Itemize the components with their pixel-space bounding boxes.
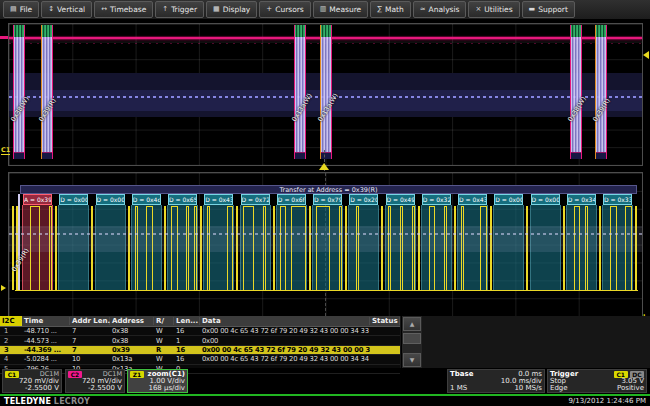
menu-item-timebase[interactable]: ↔Timebase [94, 1, 153, 18]
z1-descriptor-box[interactable]: Z1 zoom(C1) 1.00 V/div 168 µs/div [127, 369, 188, 393]
c2-descriptor-box[interactable]: C2 DC1M 720 mV/div -2.5500 V [65, 369, 125, 393]
math-icon: ∑ [377, 6, 382, 13]
cell-rw: R [154, 346, 174, 354]
col-header-data[interactable]: Data [200, 317, 370, 325]
c2-level-marker[interactable] [0, 36, 8, 39]
brand-primary: TELEDYNE [4, 397, 51, 406]
datetime-display: 9/13/2012 1:24:46 PM [568, 397, 646, 405]
cell-rw: W [154, 355, 174, 363]
cell-addrlen: 7 [70, 346, 110, 354]
footer-bar: TELEDYNE LECROY 9/13/2012 1:24:46 PM [0, 396, 650, 406]
i2c-burst: 0x39(R) [595, 25, 607, 159]
burst-foot [321, 152, 331, 159]
bus-protocol-badge[interactable]: I2C [0, 316, 22, 326]
menu-item-label: Measure [329, 5, 361, 14]
menu-item-analysis[interactable]: ≈Analysis [413, 1, 467, 18]
col-header-status[interactable]: Status [370, 317, 400, 325]
col-header-addrlen[interactable]: Addr Len... [70, 317, 110, 325]
cell-len: 16 [174, 346, 200, 354]
c1-channel-label: C1 [1, 147, 10, 155]
menu-item-utilities[interactable]: ×Utilities [468, 1, 519, 18]
c1-badge: C1 [5, 371, 19, 378]
cell-num: 2 [0, 337, 22, 345]
trigger-level-arrow-icon[interactable] [643, 51, 649, 59]
menu-item-file[interactable]: ▤File [3, 1, 39, 18]
cell-data: 0x00 00 4c 65 43 72 6f 79 20 49 32 43 00… [200, 346, 370, 354]
burst-foot [14, 152, 24, 159]
brand-logo: TELEDYNE LECROY [4, 397, 90, 406]
menu-item-label: Vertical [57, 5, 85, 14]
decode-data-box: D = 0x43 [204, 194, 233, 205]
burst-decode-cap [571, 25, 581, 37]
decode-data-box: D = 0x00 [494, 194, 523, 205]
cell-addrlen: 7 [70, 327, 110, 335]
menu-item-label: Display [223, 5, 251, 14]
waveform-baseline [15, 290, 638, 291]
cell-num: 3 [0, 346, 22, 354]
cell-time: -48.710 ... [22, 327, 70, 335]
decode-data-box: D = 0x33 [603, 194, 632, 205]
decode-data-box: D = 0x65 [168, 194, 197, 205]
menu-item-measure[interactable]: ▥Measure [313, 1, 369, 18]
trigger-box[interactable]: Trigger C1 DC Stop 3.05 V Edge Positive [547, 369, 647, 393]
table-row[interactable]: 1-48.710 ...70x38W160x00 00 4c 65 43 72 … [0, 327, 400, 336]
cell-addrlen: 7 [70, 337, 110, 345]
i2c-burst: 0x38(W) [13, 25, 25, 159]
zoom-waveform-grid[interactable]: Transfer at Address = 0x39(R) A = 0x39D … [8, 172, 643, 317]
decode-data-box: D = 0x43 [458, 194, 487, 205]
cell-time: -44.369 ... [22, 346, 70, 354]
measure-icon: ▥ [320, 6, 327, 13]
scroll-up-button[interactable]: ▲ [403, 317, 421, 331]
table-row[interactable]: 3-44.369 ...70x39R160x00 00 4c 65 43 72 … [0, 346, 400, 355]
col-header-time[interactable]: Time [22, 317, 70, 325]
timebase-box[interactable]: Tbase 0.0 ms 10.0 ms/div 1 MS 10 MS/s [447, 369, 545, 393]
table-row[interactable]: 4-5.0284 ...100x13aW160x00 00 4c 65 43 7… [0, 355, 400, 364]
timebase-icon: ↔ [101, 6, 107, 13]
cell-num: 1 [0, 327, 22, 335]
cell-time: -5.0284 ... [22, 355, 70, 363]
scroll-down-button[interactable]: ▼ [403, 353, 421, 367]
trigger-icon: ↑ [162, 6, 168, 13]
decode-data-box: D = 0x6f [277, 194, 306, 205]
cell-data: 0x00 [200, 337, 370, 345]
col-header-rw[interactable]: R/ [154, 317, 174, 325]
main-waveform-grid[interactable]: 0x38(W)0x39(R)0x13a(W)0x13a(W)0x38(W)0x3… [8, 23, 643, 166]
col-header-address[interactable]: Address [110, 317, 154, 325]
menu-item-vertical[interactable]: ↕Vertical [41, 1, 92, 18]
menu-item-math[interactable]: ∑Math [370, 1, 410, 18]
col-header-len[interactable]: Len... [174, 317, 200, 325]
menu-item-cursors[interactable]: +Cursors [259, 1, 310, 18]
trigger-position-marker[interactable] [319, 163, 329, 170]
cell-len: 16 [174, 327, 200, 335]
menu-item-label: Utilities [484, 5, 512, 14]
menu-item-support[interactable]: ▬Support [522, 1, 575, 18]
table-row[interactable]: 2-44.573 ...70x38W10x00 [0, 336, 400, 345]
burst-foot [295, 152, 305, 159]
cell-data: 0x00 00 4c 65 43 72 6f 79 20 49 32 43 00… [200, 355, 370, 363]
cell-len: 16 [174, 355, 200, 363]
decode-data-box: D = 0x20 [349, 194, 378, 205]
decode-table-zone: I2C Time Addr Len... Address R/ Len... D… [0, 316, 650, 368]
analysis-icon: ≈ [420, 6, 426, 13]
c2-badge: C2 [68, 371, 82, 378]
decode-data-box: D = 0x79 [313, 194, 342, 205]
decode-transfer-banner: Transfer at Address = 0x39(R) [20, 185, 637, 194]
cell-address: 0x38 [110, 327, 154, 335]
decode-data-box: D = 0x4c [132, 194, 161, 205]
file-icon: ▤ [10, 6, 17, 13]
decode-data-box: D = 0x32 [422, 194, 451, 205]
scroll-thumb[interactable] [403, 333, 421, 344]
cell-addrlen: 10 [70, 355, 110, 363]
menu-item-display[interactable]: ▦Display [206, 1, 257, 18]
display-icon: ▦ [213, 6, 220, 13]
overlay-stripe [9, 226, 642, 252]
z1-level-marker[interactable] [1, 285, 6, 291]
menu-item-trigger[interactable]: ↑Trigger [155, 1, 204, 18]
burst-decode-cap [596, 25, 606, 37]
i2c-burst: 0x13a(W) [320, 25, 332, 159]
decode-data-box: D = 0x34 [567, 194, 596, 205]
decode-table-header: I2C Time Addr Len... Address R/ Len... D… [0, 316, 400, 327]
c1-descriptor-box[interactable]: C1 DC1M 720 mV/div -2.5500 V [2, 369, 62, 393]
vertical-icon: ↕ [48, 6, 54, 13]
table-scrollbar[interactable]: ▲ ▼ [401, 316, 422, 368]
